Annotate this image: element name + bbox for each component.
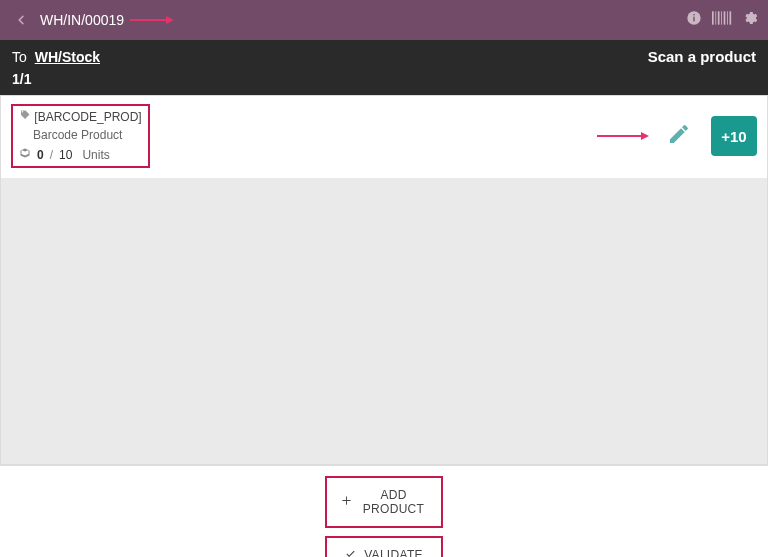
svg-rect-9 — [724, 11, 726, 24]
topbar-right — [686, 10, 758, 30]
product-sku: [BARCODE_PROD] — [34, 110, 141, 124]
gear-icon[interactable] — [742, 10, 758, 30]
svg-rect-3 — [693, 17, 694, 22]
document-title: WH/IN/00019 — [40, 12, 124, 28]
svg-marker-13 — [641, 132, 649, 140]
svg-rect-5 — [712, 11, 714, 24]
destination-location-link[interactable]: WH/Stock — [35, 49, 100, 65]
annotation-arrow-edit — [597, 131, 649, 141]
pencil-icon — [667, 132, 691, 149]
annotation-arrow-title — [130, 15, 174, 25]
svg-rect-7 — [718, 11, 720, 24]
svg-rect-10 — [727, 11, 728, 24]
package-icon — [19, 146, 31, 164]
increment-button[interactable]: +10 — [711, 116, 757, 156]
add-product-button[interactable]: ADD PRODUCT — [325, 476, 443, 528]
operation-counter: 1/1 — [12, 70, 100, 90]
scan-prompt: Scan a product — [648, 48, 756, 65]
footer: ADD PRODUCT VALIDATE — [0, 465, 768, 557]
svg-rect-8 — [721, 11, 722, 24]
info-bar: To WH/Stock 1/1 Scan a product — [0, 40, 768, 95]
svg-marker-1 — [166, 16, 174, 24]
to-label: To — [12, 49, 27, 65]
svg-rect-4 — [693, 14, 694, 15]
qty-done: 0 — [37, 146, 44, 164]
qty-total: 10 — [59, 146, 72, 164]
add-product-label: ADD PRODUCT — [360, 488, 427, 516]
annotation-box-product: [BARCODE_PROD] Barcode Product 0 / 10 Un… — [11, 104, 150, 168]
topbar: WH/IN/00019 — [0, 0, 768, 40]
plus-icon — [341, 495, 352, 509]
back-button[interactable] — [10, 13, 32, 27]
tag-icon — [19, 110, 34, 124]
info-icon[interactable] — [686, 10, 702, 30]
svg-rect-6 — [715, 11, 716, 24]
main-area: [BARCODE_PROD] Barcode Product 0 / 10 Un… — [0, 95, 768, 465]
qty-sep: / — [50, 146, 53, 164]
edit-button[interactable] — [667, 122, 691, 150]
product-name: Barcode Product — [33, 126, 142, 144]
svg-rect-11 — [730, 11, 732, 24]
validate-button[interactable]: VALIDATE — [325, 536, 443, 557]
barcode-icon[interactable] — [712, 10, 732, 30]
check-icon — [345, 548, 356, 557]
validate-label: VALIDATE — [364, 548, 423, 557]
uom-label: Units — [82, 146, 109, 164]
product-line[interactable]: [BARCODE_PROD] Barcode Product 0 / 10 Un… — [1, 96, 767, 178]
